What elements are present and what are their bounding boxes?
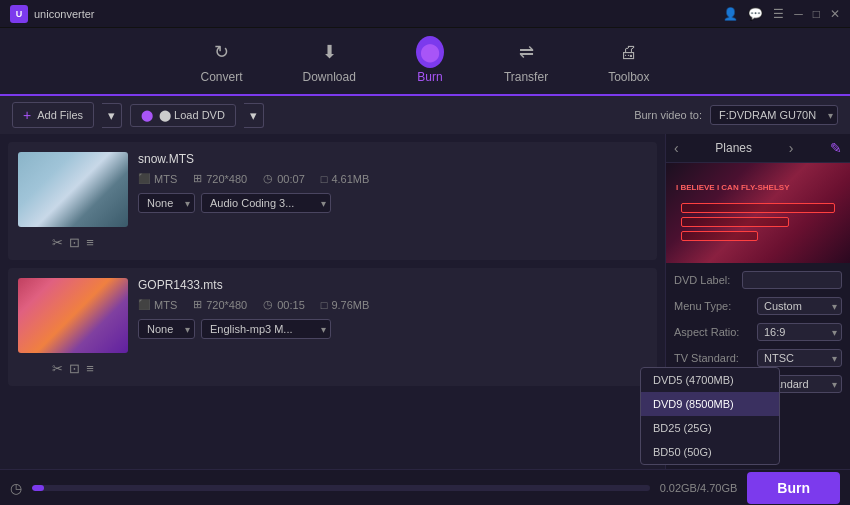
title-bar: U uniconverter 👤 💬 ☰ ─ □ ✕	[0, 0, 850, 28]
settings-icon-2[interactable]: ≡	[86, 361, 94, 376]
meta-size-1: □ 4.61MB	[321, 173, 370, 185]
film-icon-2: ⬛	[138, 299, 150, 310]
tv-standard-label: TV Standard:	[674, 352, 739, 364]
add-files-dropdown[interactable]: ▾	[102, 103, 122, 128]
burn-device-select-wrapper: F:DVDRAM GU70N	[710, 105, 838, 125]
meta-res-2: ⊞ 720*480	[193, 298, 247, 311]
meta-format-2: ⬛ MTS	[138, 299, 177, 311]
audio-select-wrapper-2: English-mp3 M...	[201, 319, 331, 339]
dvd-label-input[interactable]	[742, 271, 842, 289]
burn-video-to-label: Burn video to:	[634, 109, 702, 121]
app-logo: U	[10, 5, 28, 23]
nav-label-burn: Burn	[417, 70, 442, 84]
user-icon[interactable]: 👤	[723, 7, 738, 21]
resize-icon-2: ⊞	[193, 298, 202, 311]
nav-item-toolbox[interactable]: 🖨 Toolbox	[598, 38, 659, 84]
add-files-label: Add Files	[37, 109, 83, 121]
subtitle-select-2[interactable]: None	[138, 319, 195, 339]
menu-type-select[interactable]: Custom	[757, 297, 842, 315]
thumb-snow	[18, 152, 128, 227]
clock-icon-1: ◷	[263, 172, 273, 185]
nav-item-burn[interactable]: ⬤ Burn	[406, 38, 454, 84]
folder-icon-2: □	[321, 299, 328, 311]
close-icon[interactable]: ✕	[830, 7, 840, 21]
crop-icon-2[interactable]: ⊡	[69, 361, 80, 376]
burn-button[interactable]: Burn	[747, 472, 840, 504]
panel-preview: I BELIEVE I CAN FLY-SHELSY	[666, 163, 850, 263]
nav-label-download: Download	[303, 70, 356, 84]
audio-select-wrapper-1: Audio Coding 3...	[201, 193, 331, 213]
nav-item-convert[interactable]: ↻ Convert	[190, 38, 252, 84]
maximize-icon[interactable]: □	[813, 7, 820, 21]
folder-icon-1: □	[321, 173, 328, 185]
panel-next-btn[interactable]: ›	[789, 140, 794, 156]
file-item-2: ✂ ⊡ ≡ GOPR1433.mts ⬛ MTS ⊞ 720*480	[8, 268, 657, 386]
panel-nav: ‹ Planes › ✎	[666, 134, 850, 163]
dropdown-dvd9[interactable]: DVD9 (8500MB)	[641, 392, 779, 416]
dropdown-dvd5[interactable]: DVD5 (4700MB)	[641, 368, 779, 392]
cut-icon-1[interactable]: ✂	[52, 235, 63, 250]
aspect-ratio-select[interactable]: 16:9	[757, 323, 842, 341]
panel-prev-btn[interactable]: ‹	[674, 140, 679, 156]
thumb-gopr	[18, 278, 128, 353]
file-thumb-icons-1: ✂ ⊡ ≡	[52, 231, 94, 250]
file-name-2: GOPR1433.mts	[138, 278, 647, 292]
dropdown-bd50[interactable]: BD50 (50G)	[641, 440, 779, 464]
add-files-button[interactable]: + Add Files	[12, 102, 94, 128]
burn-device-select[interactable]: F:DVDRAM GU70N	[710, 105, 838, 125]
field-row-menu-type: Menu Type: Custom	[674, 297, 842, 315]
progress-bar-fill	[32, 485, 44, 491]
nav-label-toolbox: Toolbox	[608, 70, 649, 84]
chat-icon[interactable]: 💬	[748, 7, 763, 21]
cut-icon-2[interactable]: ✂	[52, 361, 63, 376]
settings-icon-1[interactable]: ≡	[86, 235, 94, 250]
nav-item-transfer[interactable]: ⇌ Transfer	[494, 38, 558, 84]
aspect-ratio-label: Aspect Ratio:	[674, 326, 739, 338]
file-meta-2: ⬛ MTS ⊞ 720*480 ◷ 00:15 □ 9.76MB	[138, 298, 647, 311]
file-list: ✂ ⊡ ≡ snow.MTS ⬛ MTS ⊞ 720*480	[0, 134, 665, 469]
audio-select-1[interactable]: Audio Coding 3...	[201, 193, 331, 213]
convert-icon: ↻	[208, 38, 236, 66]
file-thumb-1	[18, 152, 128, 227]
preview-box-3	[681, 231, 758, 241]
toolbar: + Add Files ▾ ⬤ ⬤ Load DVD ▾ Burn video …	[0, 96, 850, 134]
load-dvd-dropdown[interactable]: ▾	[244, 103, 264, 128]
toolbar-right: Burn video to: F:DVDRAM GU70N	[634, 105, 838, 125]
bottom-bar: ◷ 0.02GB/4.70GB Burn	[0, 469, 850, 505]
burn-icon: ⬤	[416, 38, 444, 66]
storage-info: 0.02GB/4.70GB	[660, 482, 738, 494]
meta-dur-1: ◷ 00:07	[263, 172, 305, 185]
transfer-icon: ⇌	[512, 38, 540, 66]
progress-bar	[32, 485, 650, 491]
file-thumb-icons-2: ✂ ⊡ ≡	[52, 357, 94, 376]
meta-size-2: □ 9.76MB	[321, 299, 370, 311]
tv-standard-select[interactable]: NTSC	[757, 349, 842, 367]
dropdown-bd25[interactable]: BD25 (25G)	[641, 416, 779, 440]
meta-dur-2: ◷ 00:15	[263, 298, 305, 311]
field-row-tv-standard: TV Standard: NTSC	[674, 349, 842, 367]
panel-edit-btn[interactable]: ✎	[830, 140, 842, 156]
subtitle-select-wrapper-1: None	[138, 193, 195, 213]
clock-icon-2: ◷	[263, 298, 273, 311]
title-bar-right: 👤 💬 ☰ ─ □ ✕	[723, 7, 840, 21]
subtitle-select-1[interactable]: None	[138, 193, 195, 213]
crop-icon-1[interactable]: ⊡	[69, 235, 80, 250]
subtitle-select-wrapper-2: None	[138, 319, 195, 339]
audio-select-2[interactable]: English-mp3 M...	[201, 319, 331, 339]
minimize-icon[interactable]: ─	[794, 7, 803, 21]
nav-item-download[interactable]: ⬇ Download	[293, 38, 366, 84]
preview-text-overlay: I BELIEVE I CAN FLY-SHELSY	[676, 183, 840, 192]
tv-standard-select-wrapper: NTSC	[757, 349, 842, 367]
menu-type-select-wrapper: Custom	[757, 297, 842, 315]
download-icon: ⬇	[315, 38, 343, 66]
preview-box-2	[681, 217, 789, 227]
nav-label-convert: Convert	[200, 70, 242, 84]
plus-icon: +	[23, 107, 31, 123]
resize-icon-1: ⊞	[193, 172, 202, 185]
file-info-2: GOPR1433.mts ⬛ MTS ⊞ 720*480 ◷ 00:15	[138, 278, 647, 339]
toolbar-left: + Add Files ▾ ⬤ ⬤ Load DVD ▾	[12, 102, 264, 128]
load-dvd-button[interactable]: ⬤ ⬤ Load DVD	[130, 104, 236, 127]
field-row-aspect-ratio: Aspect Ratio: 16:9	[674, 323, 842, 341]
file-item-1: ✂ ⊡ ≡ snow.MTS ⬛ MTS ⊞ 720*480	[8, 142, 657, 260]
menu-icon[interactable]: ☰	[773, 7, 784, 21]
